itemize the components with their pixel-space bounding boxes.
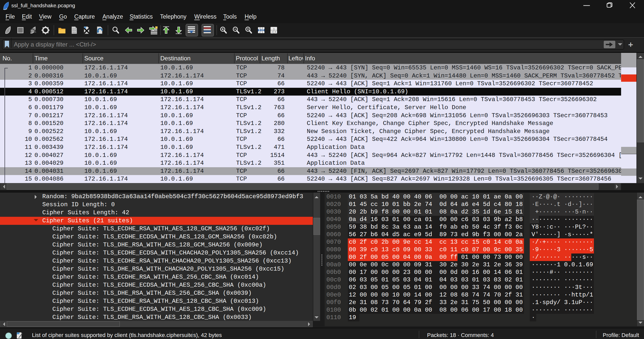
svg-text:3: 3 — [275, 31, 276, 33]
svg-text:0110: 0110 — [72, 30, 76, 32]
svg-text:0111: 0111 — [72, 32, 76, 33]
svg-text:1: 1 — [273, 27, 275, 30]
svg-text:0101: 0101 — [72, 28, 76, 30]
svg-text:2: 2 — [272, 31, 273, 33]
